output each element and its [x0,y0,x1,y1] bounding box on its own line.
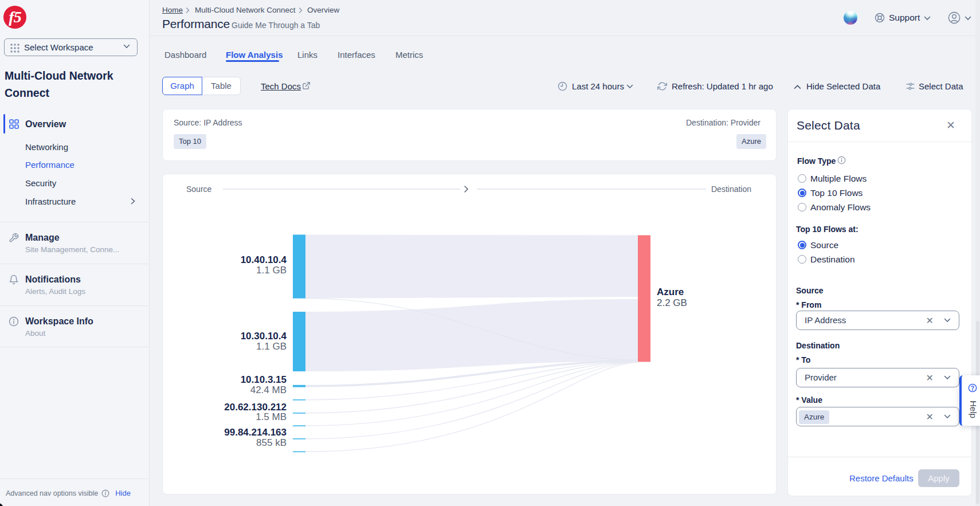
svg-text:Source: Source [186,185,212,194]
svg-text:Azure: Azure [657,287,684,297]
svg-text:855 kB: 855 kB [256,437,287,448]
svg-text:1.1 GB: 1.1 GB [256,265,287,276]
svg-text:Destination: Destination [711,185,751,194]
svg-text:1.1 GB: 1.1 GB [256,341,287,352]
svg-text:10.40.10.4: 10.40.10.4 [241,254,287,265]
svg-text:99.84.214.163: 99.84.214.163 [224,427,287,438]
svg-text:2.2 GB: 2.2 GB [657,297,687,308]
svg-text:10.10.3.15: 10.10.3.15 [241,374,287,385]
svg-text:10.30.10.4: 10.30.10.4 [241,331,287,342]
svg-text:42.4 MB: 42.4 MB [250,385,287,395]
svg-text:1.5 MB: 1.5 MB [256,411,287,422]
